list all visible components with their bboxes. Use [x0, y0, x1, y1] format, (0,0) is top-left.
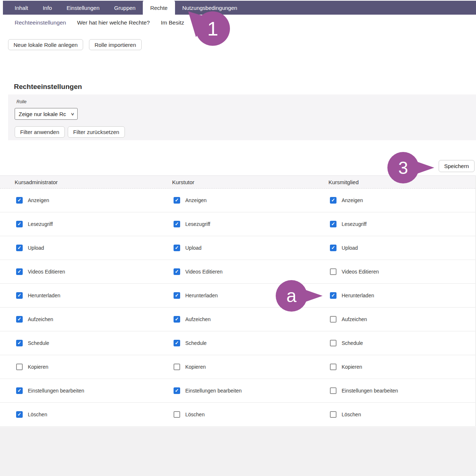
checkbox-kopieren-kursmitglied[interactable] [330, 364, 336, 370]
reset-filter-button[interactable]: Filter zurücksetzen [68, 126, 125, 138]
role-select[interactable]: Zeige nur lokale Rc ∨ [15, 108, 78, 120]
tab-einstellungen[interactable]: Einstellungen [59, 1, 107, 15]
tab-info[interactable]: Info [36, 1, 59, 15]
role-actions: Neue lokale Rolle anlegen Rolle importie… [8, 39, 142, 50]
footer-area [0, 427, 476, 476]
permission-label: Kopieren [28, 364, 48, 370]
permission-cell: Kopieren [330, 355, 362, 379]
checkbox-aufzeichen-kursadministrator[interactable] [16, 316, 23, 323]
checkbox-herunterladen-kursadministrator[interactable] [16, 292, 23, 299]
permission-label: Herunterladen [28, 293, 60, 298]
permission-cell: Upload [174, 236, 201, 260]
permission-cell: Schedule [330, 331, 363, 355]
checkbox-lesezugriff-kursmitglied[interactable] [330, 221, 336, 227]
annotation-balloon-a: a [276, 280, 307, 312]
checkbox-kopieren-kursadministrator[interactable] [16, 364, 23, 370]
checkbox-einstellungen-bearbeiten-kursadministrator[interactable] [16, 387, 23, 394]
subnav-item-wer-hat-hier-welche-rechte[interactable]: Wer hat hier welche Rechte? [77, 18, 150, 27]
permission-label: Löschen [342, 412, 361, 417]
checkbox-schedule-kursmitglied[interactable] [330, 340, 336, 346]
checkbox-loeschen-kursmitglied[interactable] [330, 411, 336, 418]
permission-label: Anzeigen [28, 197, 49, 203]
permission-label: Videos Editieren [28, 269, 65, 275]
annotation-label: 3 [387, 152, 419, 183]
permissions-table: KursadministratorKurstutorKursmitglied A… [0, 175, 476, 427]
annotation-label: a [276, 280, 307, 312]
permission-label: Einstellungen bearbeiten [28, 388, 84, 394]
permission-cell: Aufzeichen [16, 308, 53, 331]
permission-cell: Löschen [16, 403, 47, 426]
annotation-balloon-1: 1 [196, 11, 230, 46]
column-header-kursmitglied: Kursmitglied [328, 176, 359, 189]
checkbox-aufzeichen-kursmitglied[interactable] [330, 316, 336, 323]
permission-row-anzeigen: AnzeigenAnzeigenAnzeigen [0, 189, 475, 212]
permission-cell: Anzeigen [16, 189, 49, 212]
permission-cell: Aufzeichen [174, 308, 211, 331]
permission-label: Lesezugriff [342, 221, 367, 227]
tab-rechte[interactable]: Rechte [143, 0, 175, 15]
checkbox-aufzeichen-kurstutor[interactable] [174, 316, 180, 323]
permission-cell: Aufzeichen [330, 308, 367, 331]
permission-label: Löschen [28, 412, 47, 417]
permission-label: Upload [28, 245, 44, 251]
permission-label: Upload [342, 245, 358, 251]
permission-cell: Videos Editieren [16, 260, 65, 283]
checkbox-videos-editieren-kursadministrator[interactable] [16, 268, 23, 275]
permission-row-herunterladen: HerunterladenHerunterladenHerunterladen [0, 284, 475, 308]
permission-label: Kopieren [185, 364, 206, 370]
checkbox-schedule-kurstutor[interactable] [174, 340, 180, 346]
subnav-item-im-besitz[interactable]: Im Besitz [161, 18, 184, 27]
tab-inhalt[interactable]: Inhalt [7, 1, 36, 15]
permission-label: Aufzeichen [185, 316, 211, 322]
permission-row-lesezugriff: LesezugriffLesezugriffLesezugriff [0, 212, 475, 236]
permission-row-kopieren: KopierenKopierenKopieren [0, 355, 475, 379]
permissions-table-rows: AnzeigenAnzeigenAnzeigenLesezugriffLesez… [0, 189, 475, 427]
checkbox-loeschen-kurstutor[interactable] [174, 411, 180, 418]
permission-cell: Löschen [174, 403, 205, 426]
top-nav: InhaltInfoEinstellungenGruppenRechteNutz… [3, 1, 476, 15]
save-button[interactable]: Speichern [439, 160, 475, 172]
permission-label: Herunterladen [342, 293, 374, 298]
column-header-kurstutor: Kurstutor [172, 176, 194, 189]
permission-row-schedule: ScheduleScheduleSchedule [0, 331, 475, 355]
permission-row-loeschen: LöschenLöschenLöschen [0, 403, 475, 427]
permission-cell: Upload [16, 236, 44, 260]
checkbox-lesezugriff-kurstutor[interactable] [174, 221, 180, 227]
permission-cell: Herunterladen [16, 284, 60, 307]
checkbox-upload-kursadministrator[interactable] [16, 245, 23, 251]
permission-cell: Videos Editieren [174, 260, 223, 283]
checkbox-lesezugriff-kursadministrator[interactable] [16, 221, 23, 227]
checkbox-loeschen-kursadministrator[interactable] [16, 411, 23, 418]
permission-cell: Schedule [174, 331, 207, 355]
checkbox-videos-editieren-kurstutor[interactable] [174, 268, 180, 275]
permission-cell: Anzeigen [174, 189, 207, 212]
subnav-item-rechteeinstellungen[interactable]: Rechteeinstellungen [15, 18, 66, 27]
checkbox-einstellungen-bearbeiten-kursmitglied[interactable] [330, 387, 336, 394]
tab-gruppen[interactable]: Gruppen [107, 1, 143, 15]
import-role-button[interactable]: Rolle importieren [89, 39, 141, 50]
checkbox-einstellungen-bearbeiten-kurstutor[interactable] [174, 387, 180, 394]
checkbox-herunterladen-kursmitglied[interactable] [330, 292, 336, 299]
checkbox-upload-kurstutor[interactable] [174, 245, 180, 251]
permission-cell: Lesezugriff [16, 212, 53, 236]
new-local-role-button[interactable]: Neue lokale Rolle anlegen [8, 39, 83, 50]
checkbox-herunterladen-kurstutor[interactable] [174, 292, 180, 299]
checkbox-anzeigen-kursadministrator[interactable] [16, 197, 23, 204]
page-title: Rechteeinstellungen [14, 83, 82, 91]
permission-row-aufzeichen: AufzeichenAufzeichenAufzeichen [0, 308, 475, 331]
filter-panel: Rolle Zeige nur lokale Rc ∨ Filter anwen… [8, 94, 476, 140]
checkbox-anzeigen-kursmitglied[interactable] [330, 197, 336, 204]
permission-label: Löschen [185, 412, 205, 417]
permission-label: Lesezugriff [185, 221, 210, 227]
checkbox-anzeigen-kurstutor[interactable] [174, 197, 180, 204]
permission-cell: Lesezugriff [330, 212, 367, 236]
checkbox-schedule-kursadministrator[interactable] [16, 340, 23, 346]
checkbox-kopieren-kurstutor[interactable] [174, 364, 180, 370]
role-select-value: Zeige nur lokale Rc [19, 111, 66, 117]
checkbox-upload-kursmitglied[interactable] [330, 245, 336, 251]
filter-buttons: Filter anwenden Filter zurücksetzen [15, 126, 125, 138]
apply-filter-button[interactable]: Filter anwenden [15, 126, 65, 138]
permission-cell: Einstellungen bearbeiten [16, 379, 84, 402]
checkbox-videos-editieren-kursmitglied[interactable] [330, 268, 336, 275]
permission-row-einstellungen-bearbeiten: Einstellungen bearbeitenEinstellungen be… [0, 379, 475, 403]
